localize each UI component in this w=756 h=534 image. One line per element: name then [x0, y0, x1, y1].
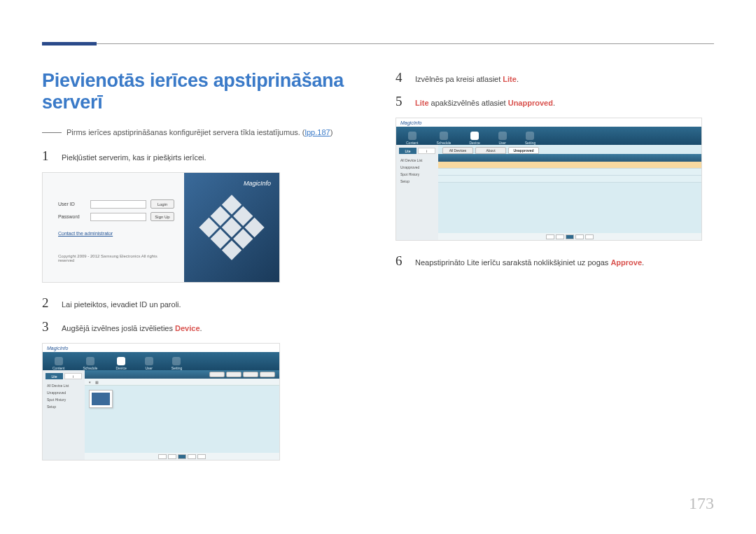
page-ref-link[interactable]: lpp.187: [305, 128, 330, 136]
nav-user[interactable]: User: [498, 132, 507, 145]
pager-btn[interactable]: [197, 454, 206, 459]
dash-icon: ――: [42, 126, 62, 137]
pager-btn[interactable]: [188, 454, 196, 459]
toolbar-btn[interactable]: [226, 372, 241, 377]
schedule-icon: [86, 357, 94, 365]
user-id-input[interactable]: [90, 200, 146, 209]
device-icon: [117, 357, 125, 365]
step-number: 6: [396, 253, 405, 269]
left-column: Pievienotās ierīces apstiprināšana serve…: [42, 70, 360, 473]
step-text: Izvēlnēs pa kreisi atlasiet Lite.: [415, 73, 519, 85]
table-header: [438, 154, 701, 162]
right-column: 4 Izvēlnēs pa kreisi atlasiet Lite. 5 Li…: [396, 70, 714, 473]
diamond-graphic: [199, 195, 264, 260]
nav-setting[interactable]: Setting: [525, 132, 536, 145]
user-icon: [498, 132, 507, 140]
header-rule: [42, 43, 714, 44]
side-item[interactable]: Setup: [46, 404, 82, 409]
step-text: Augšējā izvēlnes joslā izvēlieties Devic…: [62, 323, 202, 335]
nav-schedule[interactable]: Schedule: [437, 132, 451, 145]
nav-device[interactable]: Device: [469, 132, 479, 145]
nav-content[interactable]: Content: [52, 357, 65, 370]
side-item[interactable]: All Device List: [399, 157, 435, 163]
step-4: 4 Izvēlnēs pa kreisi atlasiet Lite.: [396, 70, 714, 85]
pager-btn[interactable]: [546, 234, 554, 239]
content-icon: [408, 132, 416, 140]
pager-current[interactable]: [566, 234, 574, 239]
precursor-close: ): [330, 128, 333, 136]
header-accent: [42, 42, 97, 45]
side-tab-lite[interactable]: Lite: [46, 373, 63, 379]
pager-btn[interactable]: [556, 234, 564, 239]
precursor-note: ―― Pirms ierīces apstiprināšanas konfigu…: [42, 126, 360, 137]
step-text: Lite apakšizvēlnēs atlasiet Unapproved.: [415, 97, 555, 109]
table-row[interactable]: [438, 169, 701, 176]
app-logo: MagicInfo: [47, 346, 68, 351]
sidebar: Lite i All Device List Unapproved Spot H…: [43, 370, 85, 460]
step-number: 2: [42, 295, 52, 311]
main-toolbar: [85, 370, 279, 379]
pager-btn[interactable]: [168, 454, 176, 459]
side-item[interactable]: Unapproved: [46, 390, 82, 395]
side-tab-i[interactable]: i: [64, 373, 82, 379]
toolbar-btn[interactable]: [243, 372, 258, 377]
sub-toolbar: ▾▦: [85, 379, 279, 386]
login-button[interactable]: Login: [150, 199, 174, 209]
side-tab-i[interactable]: i: [418, 148, 435, 154]
table-row[interactable]: [438, 176, 701, 183]
nav-setting[interactable]: Setting: [172, 357, 183, 370]
side-item[interactable]: Spot History: [399, 171, 435, 177]
top-navbar: Content Schedule Device User Setting: [43, 352, 279, 370]
user-id-label: User ID: [58, 202, 86, 206]
pager-btn[interactable]: [575, 234, 584, 239]
table-tab-unapproved[interactable]: Unapproved: [508, 147, 539, 154]
signup-button[interactable]: Sign Up: [150, 212, 174, 221]
toolbar-btn[interactable]: [260, 372, 275, 377]
step-number: 3: [42, 319, 52, 335]
table-tab[interactable]: All Devices: [442, 147, 473, 154]
device-icon: [470, 132, 479, 140]
side-tab-lite[interactable]: Lite: [399, 148, 416, 154]
setting-icon: [172, 357, 181, 365]
step-1: 1 Piekļūstiet serverim, kas ir piešķirts…: [42, 148, 360, 164]
content-icon: [55, 357, 63, 365]
side-item[interactable]: Spot History: [46, 397, 82, 402]
side-item[interactable]: Setup: [399, 178, 435, 184]
lite-highlight: Lite: [415, 99, 429, 107]
side-item[interactable]: All Device List: [46, 383, 82, 388]
step-text: Lai pieteiktos, ievadiet ID un paroli.: [62, 299, 181, 311]
table-row[interactable]: [438, 162, 701, 169]
toolbar-btn[interactable]: [209, 372, 225, 377]
table-tabs: All Devices About Unapproved: [442, 147, 701, 154]
schedule-icon: [440, 132, 448, 140]
approve-highlight: Approve: [610, 258, 642, 267]
pager: [85, 453, 279, 460]
nav-user[interactable]: User: [145, 357, 153, 370]
nav-content[interactable]: Content: [406, 132, 419, 145]
device-thumbnail[interactable]: [89, 390, 113, 408]
nav-schedule[interactable]: Schedule: [83, 357, 98, 370]
pager: [438, 233, 701, 240]
contact-admin-link[interactable]: Contact the administrator: [58, 231, 174, 236]
step-number: 1: [42, 148, 52, 164]
step-3: 3 Augšējā izvēlnes joslā izvēlieties Dev…: [42, 319, 360, 335]
sidebar: Lite i All Device List Unapproved Spot H…: [396, 145, 438, 240]
pager-current[interactable]: [178, 454, 186, 459]
pager-btn[interactable]: [158, 454, 167, 459]
step-text: Neapstiprināto Lite ierīču sarakstā nokl…: [415, 257, 644, 269]
page-number: 173: [689, 494, 714, 513]
copyright-text: Copyright 2009 - 2012 Samsung Electronic…: [58, 254, 174, 262]
screenshot-login: User ID Login Password Sign Up Contact t…: [42, 172, 280, 283]
screenshot-device-view: MagicInfo Content Schedule Device User S…: [42, 343, 280, 461]
password-label: Password: [58, 214, 86, 219]
nav-device[interactable]: Device: [115, 357, 126, 370]
app-logo: MagicInfo: [400, 120, 421, 125]
step-text: Piekļūstiet serverim, kas ir piešķirts i…: [62, 152, 206, 164]
step-5: 5 Lite apakšizvēlnēs atlasiet Unapproved…: [396, 94, 714, 109]
side-item[interactable]: Unapproved: [399, 164, 435, 170]
pager-btn[interactable]: [585, 234, 594, 239]
password-input[interactable]: [90, 213, 146, 221]
table-tab[interactable]: About: [475, 147, 506, 154]
step-number: 5: [396, 94, 405, 109]
device-highlight: Device: [175, 324, 200, 332]
